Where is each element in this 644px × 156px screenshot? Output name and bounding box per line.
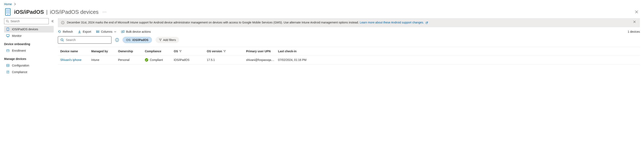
compliant-check-icon (145, 58, 148, 62)
cell-os-version: 17.5.1 (207, 58, 246, 62)
cell-compliance: Compliant (145, 58, 174, 62)
col-last-checkin[interactable]: Last check-in (278, 50, 319, 53)
mobile-device-icon (4, 8, 12, 16)
sidebar-section-manage: Manage devices (4, 54, 54, 62)
filter-icon (159, 39, 162, 41)
cell-os: iOS/iPadOS (174, 58, 207, 62)
svg-rect-25 (96, 31, 97, 31)
device-count-label: 1 devices (628, 30, 640, 33)
cell-primary-upn: shivani@foxpassqa.... (246, 58, 278, 62)
col-device-name[interactable]: Device name (60, 50, 91, 53)
svg-rect-7 (6, 35, 9, 36)
filter-pill-label: OS: (126, 38, 131, 42)
filter-pill-os[interactable]: OS: iOS/iPadOS (122, 37, 152, 43)
external-link-icon (426, 21, 428, 24)
main-content: December 31st, 2024 marks the end of Mic… (56, 18, 644, 75)
export-button[interactable]: Export (78, 30, 91, 33)
command-bar: Refresh Export Columns (58, 27, 640, 36)
sidebar-item-label: iOS/iPadOS devices (12, 28, 38, 31)
search-help-button[interactable] (115, 38, 119, 42)
col-os[interactable]: OS (174, 50, 207, 53)
table-row[interactable]: Shivani's Iphone Intune Personal Complia… (58, 56, 640, 64)
col-compliance[interactable]: Compliance (145, 50, 174, 53)
sidebar-item-label: Enrollment (12, 49, 26, 52)
sidebar-item-enrollment[interactable]: Enrollment (4, 47, 54, 54)
search-icon (6, 20, 9, 23)
sidebar-section-onboarding: Device onboarding (4, 39, 54, 47)
sidebar-item-compliance[interactable]: Compliance (4, 69, 54, 75)
page-header: iOS/iPadOS | iOS/iPadOS devices ··· (0, 8, 644, 18)
svg-rect-10 (6, 50, 9, 52)
close-button[interactable] (633, 9, 640, 15)
sidebar-item-label: Configuration (12, 64, 29, 67)
configuration-icon (6, 64, 10, 67)
svg-rect-1 (6, 9, 10, 14)
enrollment-icon (6, 49, 10, 52)
sidebar-item-monitor[interactable]: Monitor (4, 32, 54, 39)
svg-point-17 (62, 22, 63, 22)
svg-point-3 (6, 20, 8, 22)
collapse-sidebar-button[interactable] (51, 20, 54, 22)
svg-rect-27 (96, 32, 97, 33)
sidebar-search-input[interactable] (4, 18, 49, 24)
columns-button[interactable]: Columns (96, 30, 116, 33)
svg-point-30 (61, 39, 63, 41)
columns-icon (96, 30, 100, 33)
breadcrumb-home-link[interactable]: Home (4, 2, 12, 6)
col-managed-by[interactable]: Managed by (91, 50, 118, 53)
chevron-down-icon (114, 31, 116, 32)
svg-point-2 (8, 14, 8, 15)
svg-rect-12 (6, 64, 9, 67)
sidebar-item-ios-devices[interactable]: iOS/iPadOS devices (4, 26, 54, 32)
info-banner-link[interactable]: Learn more about these Android support c… (360, 21, 428, 24)
sidebar-item-configuration[interactable]: Configuration (4, 62, 54, 69)
svg-line-31 (63, 41, 64, 41)
cell-device-name[interactable]: Shivani's Iphone (60, 58, 91, 62)
monitor-icon (6, 34, 10, 37)
svg-rect-26 (96, 31, 97, 32)
svg-point-33 (117, 39, 117, 39)
add-filters-button[interactable]: Add filters (156, 37, 179, 43)
table-filter-row: OS: iOS/iPadOS Add filters (58, 36, 640, 47)
info-banner-dismiss-button[interactable] (632, 21, 636, 23)
table-header-row: Device name Managed by Ownership Complia… (58, 47, 640, 56)
svg-rect-28 (121, 31, 122, 33)
cell-ownership: Personal (118, 58, 145, 62)
filter-icon (179, 50, 182, 52)
page-subtitle-separator: | (45, 9, 49, 15)
filter-icon (223, 50, 226, 52)
cell-managed-by: Intune (91, 58, 118, 62)
cell-last-checkin: 07/02/2024, 01:16 PM (278, 58, 319, 62)
info-icon (61, 21, 64, 24)
breadcrumb: Home (0, 0, 644, 8)
devices-table: Device name Managed by Ownership Complia… (58, 47, 640, 64)
filter-pill-value: iOS/iPadOS (132, 38, 148, 42)
more-menu-button[interactable]: ··· (102, 10, 106, 14)
col-ownership[interactable]: Ownership (118, 50, 145, 53)
info-banner-text: December 31st, 2024 marks the end of Mic… (67, 21, 359, 24)
col-primary-upn[interactable]: Primary user UPN (246, 50, 278, 53)
svg-rect-29 (123, 30, 124, 32)
info-banner: December 31st, 2024 marks the end of Mic… (58, 18, 640, 27)
bulk-actions-button[interactable]: Bulk device actions (121, 30, 151, 33)
mobile-icon (6, 28, 10, 31)
page-subtitle: iOS/iPadOS devices (50, 9, 99, 15)
sidebar: iOS/iPadOS devices Monitor Device onboar… (0, 18, 56, 75)
compliance-icon (6, 70, 10, 74)
sidebar-item-label: Monitor (12, 34, 22, 37)
refresh-button[interactable]: Refresh (58, 30, 73, 33)
page-title: iOS/iPadOS (14, 9, 44, 15)
svg-line-4 (8, 22, 9, 23)
bulk-actions-icon (121, 30, 124, 33)
sidebar-item-label: Compliance (12, 70, 27, 74)
refresh-icon (58, 30, 61, 33)
col-os-version[interactable]: OS version (207, 50, 246, 53)
search-icon (60, 38, 64, 42)
table-search-input[interactable] (58, 36, 112, 44)
chevron-right-icon (14, 3, 16, 5)
svg-point-6 (8, 30, 8, 30)
download-icon (78, 30, 81, 33)
